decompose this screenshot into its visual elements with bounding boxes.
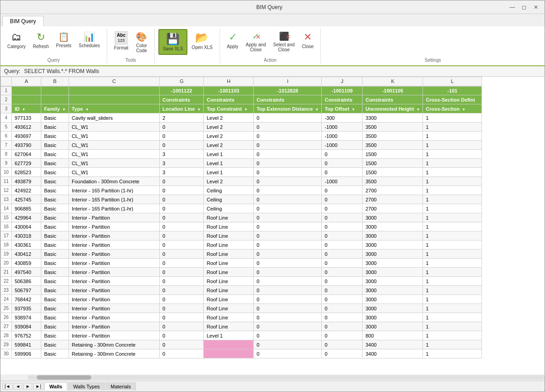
cell-g[interactable]: 3 [159, 168, 203, 177]
cell-family[interactable]: Basic [41, 132, 69, 141]
cell-g[interactable]: 0 [159, 322, 203, 331]
cell-l[interactable]: 1 [423, 340, 482, 349]
close-action-button[interactable]: ✕ Close [299, 29, 317, 51]
col-a-header[interactable]: A [12, 77, 41, 86]
cell-h[interactable]: Roof Line [204, 222, 254, 231]
cell-family[interactable]: Basic [41, 113, 69, 122]
cell-j[interactable]: 0 [322, 277, 363, 286]
cell-g[interactable]: 0 [159, 195, 203, 204]
cell-i[interactable]: 0 [254, 349, 322, 358]
cell-j[interactable]: 0 [322, 168, 363, 177]
cell-h[interactable]: Roof Line [204, 231, 254, 240]
cell-k[interactable]: 3000 [363, 250, 423, 259]
cell-k[interactable]: 3000 [363, 231, 423, 240]
cell-id[interactable]: 430318 [12, 231, 41, 240]
cell-l[interactable]: 1 [423, 295, 482, 304]
prev-sheet-button[interactable]: ◄ [14, 383, 23, 390]
cell-k[interactable]: 1500 [363, 159, 423, 168]
col-j-header[interactable]: J [322, 77, 363, 86]
cell-id[interactable]: 938974 [12, 313, 41, 322]
location-filter-icon[interactable]: ▼ [197, 108, 201, 112]
cell-type[interactable]: Foundation - 300mm Concrete [69, 177, 159, 186]
cell-j[interactable]: 0 [322, 331, 363, 340]
cell-h[interactable] [204, 340, 254, 349]
cell-j[interactable]: -300 [322, 113, 363, 122]
cell-id[interactable]: 939084 [12, 322, 41, 331]
col-family-header[interactable]: Family ▼ [41, 104, 69, 113]
cell-h[interactable]: Roof Line [204, 213, 254, 222]
cell-i[interactable]: 0 [254, 304, 322, 313]
cell-h[interactable]: Roof Line [204, 240, 254, 250]
col-top-offset-header[interactable]: Top Offset ▼ [322, 104, 363, 113]
apply-button[interactable]: ✓ Apply [224, 29, 242, 51]
cell-j[interactable]: 0 [322, 313, 363, 322]
cell-i[interactable]: 0 [254, 331, 322, 340]
cell-h[interactable]: Roof Line [204, 304, 254, 313]
col-location-header[interactable]: Location Line ▼ [159, 104, 203, 113]
cell-g[interactable]: 0 [159, 240, 203, 250]
cell-g[interactable]: 0 [159, 313, 203, 322]
color-code-button[interactable]: 🎨 ColorCode [133, 29, 151, 55]
cell-j[interactable]: 0 [322, 250, 363, 259]
col-k-header[interactable]: K [363, 77, 423, 86]
minimize-button[interactable]: — [507, 2, 517, 12]
cell-id[interactable]: 599841 [12, 340, 41, 349]
cell-type[interactable]: CL_W1 [69, 159, 159, 168]
cell-l[interactable]: 1 [423, 277, 482, 286]
bim-query-tab[interactable]: BIM Query [2, 16, 44, 26]
cell-k[interactable]: 3500 [363, 132, 423, 141]
cell-j[interactable]: 0 [322, 186, 363, 195]
cell-l[interactable]: 1 [423, 240, 482, 250]
cell-j[interactable]: 0 [322, 231, 363, 240]
cell-i[interactable]: 0 [254, 177, 322, 186]
cell-type[interactable]: CL_W1 [69, 132, 159, 141]
cell-k[interactable]: 3300 [363, 113, 423, 122]
cell-l[interactable]: 1 [423, 322, 482, 331]
cell-g[interactable]: 0 [159, 331, 203, 340]
cell-g[interactable]: 0 [159, 177, 203, 186]
cell-id[interactable]: 628523 [12, 168, 41, 177]
cell-i[interactable]: 0 [254, 268, 322, 277]
cell-k[interactable]: 3400 [363, 340, 423, 349]
top-ext-filter-icon[interactable]: ▼ [315, 108, 319, 112]
cell-i[interactable]: 0 [254, 277, 322, 286]
cell-h[interactable]: Roof Line [204, 295, 254, 304]
cell-family[interactable]: Basic [41, 204, 69, 213]
cell-g[interactable]: 0 [159, 349, 203, 358]
cell-type[interactable]: Interior - Partition [69, 286, 159, 295]
cell-h[interactable]: Level 2 [204, 141, 254, 150]
col-c-header[interactable]: C [69, 77, 159, 86]
cell-i[interactable]: 0 [254, 213, 322, 222]
cell-id[interactable]: 424922 [12, 186, 41, 195]
cell-g[interactable]: 0 [159, 295, 203, 304]
cell-h[interactable]: Roof Line [204, 322, 254, 331]
cell-j[interactable]: 0 [322, 150, 363, 159]
top-offset-filter-icon[interactable]: ▼ [352, 108, 355, 112]
select-close-button[interactable]: ⬛✕ Select andClose [270, 29, 298, 54]
col-top-constraint-header[interactable]: Top Constraint ▼ [204, 104, 254, 113]
cell-l[interactable]: 1 [423, 132, 482, 141]
cell-g[interactable]: 0 [159, 132, 203, 141]
cell-h[interactable]: Roof Line [204, 313, 254, 322]
cell-g[interactable]: 0 [159, 213, 203, 222]
cell-i[interactable]: 0 [254, 141, 322, 150]
cell-i[interactable]: 0 [254, 159, 322, 168]
cell-i[interactable]: 0 [254, 313, 322, 322]
cell-id[interactable]: 493790 [12, 141, 41, 150]
cell-g[interactable]: 0 [159, 186, 203, 195]
type-filter-icon[interactable]: ▼ [85, 108, 89, 112]
cell-j[interactable]: 0 [322, 349, 363, 358]
cell-g[interactable]: 0 [159, 340, 203, 349]
cell-g[interactable]: 0 [159, 231, 203, 240]
cell-i[interactable]: 0 [254, 295, 322, 304]
cell-j[interactable]: -1000 [322, 177, 363, 186]
cross-section-filter-icon[interactable]: ▼ [462, 108, 466, 112]
cell-i[interactable]: 0 [254, 195, 322, 204]
schedules-button[interactable]: 📊 Schedules [76, 29, 103, 51]
cell-l[interactable]: 1 [423, 259, 482, 268]
col-g-header[interactable]: G [159, 77, 203, 86]
cell-j[interactable]: 0 [322, 159, 363, 168]
unconnected-filter-icon[interactable]: ▼ [416, 108, 420, 112]
last-sheet-button[interactable]: ►| [33, 383, 44, 390]
cell-family[interactable]: Basic [41, 268, 69, 277]
